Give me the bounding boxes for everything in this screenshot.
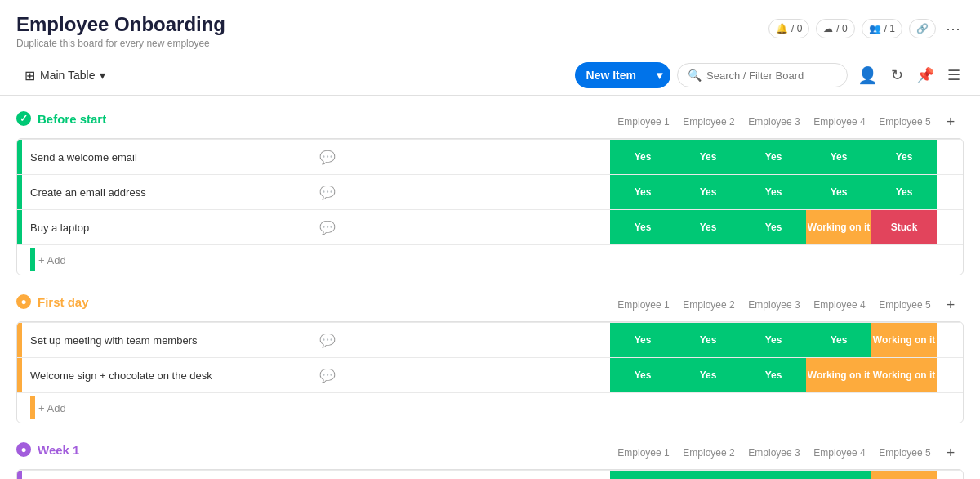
section-first-day-task-0-employee-4-status[interactable]: Yes — [806, 323, 871, 357]
section-before-start-task-2-employee-1-status[interactable]: Yes — [610, 210, 675, 244]
section-before-start-title: Before start — [38, 112, 106, 126]
new-item-label: New Item — [575, 62, 648, 88]
section-first-day-task-0-employee-3-status[interactable]: Yes — [741, 323, 806, 357]
task-row: Welcome sign + chocolate on the desk💬Yes… — [17, 357, 963, 392]
section-first-day-employee-2-header: Employee 2 — [676, 296, 742, 314]
table-grid-icon: ⊞ — [24, 68, 35, 83]
members-button[interactable]: 👥 / 1 — [862, 19, 902, 38]
more-options-button[interactable]: ⋯ — [942, 16, 964, 41]
task-0-color-bar — [17, 471, 22, 479]
section-before-start-add-row-bar — [30, 248, 35, 271]
section-before-start-task-1-employee-3-status[interactable]: Yes — [741, 175, 806, 209]
section-before-start-task-1-employee-1-status[interactable]: Yes — [610, 175, 675, 209]
members-icon: 👥 — [869, 23, 881, 34]
section-week-1-employee-4-header: Employee 4 — [807, 444, 872, 462]
share-button[interactable]: 🔗 — [909, 19, 936, 38]
section-first-day-task-1-employee-2-status[interactable]: Yes — [675, 358, 741, 392]
section-before-start-employee-1-header: Employee 1 — [611, 113, 676, 131]
members-count: / 1 — [884, 23, 895, 34]
activity-button[interactable]: 🔔 / 0 — [768, 19, 809, 38]
updates-count: / 0 — [836, 23, 847, 34]
updates-button[interactable]: ☁ / 0 — [816, 19, 854, 38]
section-first-day-icon: ● — [16, 294, 31, 309]
activity-icon: 🔔 — [776, 23, 788, 34]
task-row: First assignment💬YesYesYesYesWorking on … — [17, 470, 963, 479]
section-first-day-task-1-employee-5-status[interactable]: Working on it — [871, 358, 937, 392]
section-before-start-task-0-employee-5-status[interactable]: Yes — [871, 140, 937, 174]
section-before-start-add-column-button[interactable]: + — [938, 109, 964, 135]
section-first-day-employee-1-header: Employee 1 — [611, 296, 676, 314]
section-before-start-add-task-row[interactable]: + Add — [17, 244, 963, 275]
task-row: Create an email address💬YesYesYesYesYes — [17, 174, 963, 209]
task-row: Set up meeting with team members💬YesYesY… — [17, 322, 963, 357]
section-first-day-title: First day — [38, 295, 89, 309]
section-first-day-add-column-button[interactable]: + — [938, 292, 964, 318]
section-first-day: ●First dayEmployee 1Employee 2Employee 3… — [16, 292, 964, 423]
section-first-day-task-0-employee-1-status[interactable]: Yes — [610, 323, 675, 357]
section-week-1: ●Week 1Employee 1Employee 2Employee 3Emp… — [16, 440, 964, 479]
section-week-1-task-0-employee-5-status[interactable]: Working on it — [871, 471, 937, 479]
section-first-day-task-1-employee-3-status[interactable]: Yes — [741, 358, 806, 392]
section-week-1-employee-2-header: Employee 2 — [676, 444, 742, 462]
pin-icon[interactable]: 📌 — [913, 63, 938, 87]
section-week-1-employee-5-header: Employee 5 — [872, 444, 938, 462]
task-1-chat-icon[interactable]: 💬 — [319, 185, 604, 200]
section-before-start-task-2-employee-3-status[interactable]: Yes — [741, 210, 806, 244]
task-0-chat-icon[interactable]: 💬 — [319, 150, 604, 165]
section-before-start-task-1-employee-5-status[interactable]: Yes — [871, 175, 937, 209]
section-before-start-task-2-name: Buy a laptop — [30, 222, 314, 234]
app-header: Employee Onboarding Duplicate this board… — [0, 0, 980, 56]
section-before-start-employee-5-header: Employee 5 — [872, 113, 938, 131]
task-0-chat-icon[interactable]: 💬 — [319, 333, 604, 348]
filter-icon[interactable]: ☰ — [944, 63, 964, 87]
section-first-day-table: Set up meeting with team members💬YesYesY… — [16, 321, 964, 423]
main-content: ✓Before startEmployee 1Employee 2Employe… — [0, 96, 980, 479]
section-first-day-employee-4-header: Employee 4 — [807, 296, 872, 314]
section-before-start-task-2-employee-5-status[interactable]: Stuck — [871, 210, 937, 244]
section-before-start-task-1-employee-4-status[interactable]: Yes — [806, 175, 871, 209]
section-before-start-task-0-employee-4-status[interactable]: Yes — [806, 140, 871, 174]
search-box[interactable]: 🔍 — [677, 63, 848, 87]
task-1-chat-icon[interactable]: 💬 — [319, 368, 604, 383]
section-first-day-task-1-employee-4-status[interactable]: Working on it — [806, 358, 871, 392]
section-first-day-task-0-employee-5-status[interactable]: Working on it — [871, 323, 937, 357]
section-first-day-employee-5-header: Employee 5 — [872, 296, 938, 314]
section-week-1-task-0-employee-4-status[interactable]: Yes — [806, 471, 871, 479]
section-before-start-task-2-employee-4-status[interactable]: Working on it — [806, 210, 871, 244]
section-before-start-table: Send a welcome email💬YesYesYesYesYesCrea… — [16, 138, 964, 275]
section-first-day-add-label: + Add — [38, 402, 66, 414]
section-first-day-task-1-employee-1-status[interactable]: Yes — [610, 358, 675, 392]
section-before-start-task-0-employee-1-status[interactable]: Yes — [610, 140, 675, 174]
search-input[interactable] — [706, 69, 837, 82]
section-week-1-task-0-employee-2-status[interactable]: Yes — [675, 471, 741, 479]
refresh-icon[interactable]: ↻ — [888, 63, 906, 87]
section-week-1-header: ●Week 1 — [16, 442, 79, 457]
section-first-day-task-1-name: Welcome sign + chocolate on the desk — [30, 369, 314, 382]
section-first-day-task-0-name: Set up meeting with team members — [30, 334, 314, 347]
table-name-button[interactable]: ⊞ Main Table ▾ — [16, 63, 114, 88]
section-week-1-add-column-button[interactable]: + — [938, 440, 964, 466]
section-week-1-task-0-employee-1-status[interactable]: Yes — [610, 471, 675, 479]
task-row: Send a welcome email💬YesYesYesYesYes — [17, 139, 963, 174]
section-before-start-task-0-name: Send a welcome email — [30, 151, 314, 163]
section-week-1-task-0-employee-3-status[interactable]: Yes — [741, 471, 806, 479]
task-2-chat-icon[interactable]: 💬 — [319, 220, 604, 235]
section-before-start-task-2-employee-2-status[interactable]: Yes — [675, 210, 741, 244]
chevron-down-icon: ▾ — [100, 69, 105, 82]
person-icon[interactable]: 👤 — [854, 62, 881, 88]
section-before-start-task-1-employee-2-status[interactable]: Yes — [675, 175, 741, 209]
new-item-chevron: ▾ — [648, 62, 670, 88]
section-before-start-task-0-employee-3-status[interactable]: Yes — [741, 140, 806, 174]
section-first-day-task-0-employee-2-status[interactable]: Yes — [675, 323, 741, 357]
activity-count: / 0 — [791, 23, 802, 34]
app-title: Employee Onboarding — [16, 13, 225, 36]
section-first-day-add-task-row[interactable]: + Add — [17, 392, 963, 423]
section-before-start-task-0-employee-2-status[interactable]: Yes — [675, 140, 741, 174]
search-icon: 🔍 — [688, 69, 702, 82]
section-before-start-add-label: + Add — [38, 254, 66, 266]
app-subtitle: Duplicate this board for every new emplo… — [16, 38, 225, 49]
new-item-button[interactable]: New Item ▾ — [575, 62, 670, 88]
section-before-start: ✓Before startEmployee 1Employee 2Employe… — [16, 109, 964, 275]
header-left: Employee Onboarding Duplicate this board… — [16, 13, 225, 49]
share-icon: 🔗 — [916, 23, 929, 34]
